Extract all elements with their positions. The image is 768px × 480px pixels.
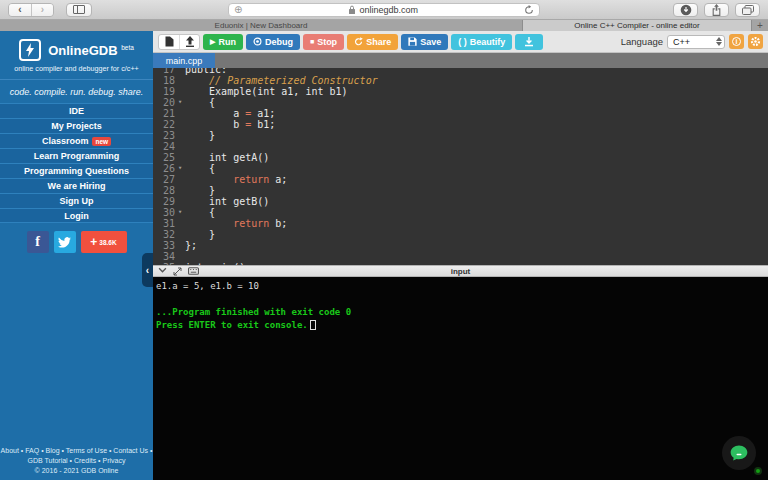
sidebar-item-sign-up[interactable]: Sign Up — [0, 193, 153, 208]
line-number: 27 — [153, 174, 175, 185]
address-bar[interactable]: ⊕ onlinegdb.com — [228, 3, 540, 17]
fold-marker-icon[interactable]: ▾ — [175, 207, 185, 218]
sidebar-item-programming-questions[interactable]: Programming Questions — [0, 163, 153, 178]
code-line[interactable]: 33}; — [153, 240, 768, 251]
save-button[interactable]: Save — [401, 34, 448, 50]
code-line[interactable]: 26▾ { — [153, 163, 768, 174]
fold-gutter — [175, 174, 185, 185]
line-number: 22 — [153, 119, 175, 130]
upload-button[interactable] — [179, 35, 199, 49]
console-line — [156, 293, 765, 306]
sidebar-item-ide[interactable]: IDE — [0, 103, 153, 118]
sidebar-toggle-icon — [73, 5, 85, 14]
forward-icon: › — [41, 4, 44, 15]
back-button[interactable]: ‹ — [9, 4, 31, 16]
code-line[interactable]: 32 } — [153, 229, 768, 240]
collapse-sidebar-handle[interactable]: ‹ — [142, 253, 153, 287]
console-line: ...Program finished with exit code 0 — [156, 306, 765, 319]
fold-marker-icon[interactable]: ▾ — [175, 163, 185, 174]
sidebar-footer[interactable]: About • FAQ • Blog • Terms of Use • Cont… — [0, 446, 153, 480]
forward-button[interactable]: › — [31, 4, 53, 16]
settings-button[interactable] — [748, 34, 763, 49]
console-header: input — [153, 265, 768, 277]
code-line[interactable]: 24 — [153, 141, 768, 152]
sidebar-item-we-are-hiring[interactable]: We are Hiring — [0, 178, 153, 193]
console-output[interactable]: e1.a = 5, e1.b = 10...Program finished w… — [153, 277, 768, 480]
refresh-icon[interactable] — [524, 5, 534, 15]
beta-tag: beta — [121, 43, 134, 50]
new-badge: new — [92, 137, 111, 146]
code-line[interactable]: 21 a = a1; — [153, 108, 768, 119]
browser-tab-bar: Eduonix | New Dashboard Online C++ Compi… — [0, 20, 768, 31]
code-line[interactable]: 31 return b; — [153, 218, 768, 229]
tabs-overview-icon — [742, 5, 754, 15]
bolt-icon — [25, 43, 35, 57]
code-line[interactable]: 19 Example(int a1, int b1) — [153, 86, 768, 97]
code-line[interactable]: 25 int getA() — [153, 152, 768, 163]
language-value: C++ — [673, 37, 690, 47]
fold-gutter — [175, 141, 185, 152]
code-line[interactable]: 22 b = b1; — [153, 119, 768, 130]
line-number: 33 — [153, 240, 175, 251]
beautify-button[interactable]: ( )Beautify — [451, 34, 512, 50]
tagline: code. compile. run. debug. share. — [0, 79, 153, 103]
code-area: 17public:18 // Parameterized Constructor… — [153, 68, 768, 265]
code-line[interactable]: 18 // Parameterized Constructor — [153, 75, 768, 86]
fold-gutter — [175, 108, 185, 119]
line-number: 26 — [153, 163, 175, 174]
tabs-overview-button[interactable] — [735, 3, 760, 17]
code-line[interactable]: 20▾ { — [153, 97, 768, 108]
ide-toolbar: ▶Run Debug ■Stop Share Save ( )Beautify — [153, 31, 768, 53]
code-line[interactable]: 30▾ { — [153, 207, 768, 218]
fold-gutter — [175, 119, 185, 130]
new-tab-button[interactable]: + — [752, 20, 768, 31]
code-line[interactable]: 27 return a; — [153, 174, 768, 185]
stop-button[interactable]: ■Stop — [303, 34, 344, 50]
sidebar-toggle-button[interactable] — [66, 3, 92, 17]
run-button[interactable]: ▶Run — [203, 34, 243, 50]
addthis-share-button[interactable]: + 38.6K — [81, 231, 127, 253]
code-line[interactable]: 23 } — [153, 130, 768, 141]
code-line[interactable]: 29 int getB() — [153, 196, 768, 207]
info-button[interactable]: i — [729, 34, 744, 49]
chat-icon — [729, 443, 749, 463]
chevron-down-icon[interactable] — [158, 267, 167, 273]
back-icon: ‹ — [18, 4, 21, 15]
footer-line: © 2016 - 2021 GDB Online — [0, 466, 153, 476]
sidebar-item-learn-programming[interactable]: Learn Programming — [0, 148, 153, 163]
circled-plus-icon[interactable]: ⊕ — [234, 5, 242, 15]
code-line[interactable]: 28 } — [153, 185, 768, 196]
line-number: 28 — [153, 185, 175, 196]
debug-button[interactable]: Debug — [246, 34, 300, 50]
share-count: 38.6K — [99, 239, 116, 246]
chat-button[interactable] — [722, 436, 756, 470]
share-button[interactable]: Share — [347, 34, 398, 50]
facebook-button[interactable]: f — [27, 231, 49, 253]
line-number: 17 — [153, 68, 175, 75]
code-editor[interactable]: 17public:18 // Parameterized Constructor… — [153, 68, 768, 265]
new-file-button[interactable] — [159, 35, 179, 49]
downloads-button[interactable] — [673, 3, 698, 17]
share-page-button[interactable] — [704, 3, 729, 17]
gear-icon — [750, 36, 761, 47]
browser-toolbar: ‹ › ⊕ onlinegdb.com — [0, 0, 768, 20]
browser-tab-onlinegdb[interactable]: Online C++ Compiler - online editor — [523, 20, 752, 31]
download-button[interactable] — [515, 34, 543, 50]
ide-content: ▶Run Debug ■Stop Share Save ( )Beautify — [153, 31, 768, 480]
save-icon — [408, 37, 417, 46]
fold-marker-icon[interactable]: ▾ — [175, 97, 185, 108]
fold-gutter — [175, 75, 185, 86]
expand-icon[interactable] — [173, 267, 182, 276]
keyboard-icon[interactable] — [188, 267, 199, 275]
code-line[interactable]: 17public: — [153, 68, 768, 75]
brand[interactable]: OnlineGDB beta — [0, 39, 153, 61]
language-select[interactable]: C++ — [667, 35, 725, 49]
sidebar-item-my-projects[interactable]: My Projects — [0, 118, 153, 133]
fold-gutter — [175, 196, 185, 207]
sidebar-item-login[interactable]: Login — [0, 208, 153, 223]
file-tab-main-cpp[interactable]: main.cpp — [153, 53, 215, 68]
twitter-button[interactable] — [54, 231, 76, 253]
browser-tab-eduonix[interactable]: Eduonix | New Dashboard — [0, 20, 523, 31]
code-line[interactable]: 34 — [153, 251, 768, 262]
sidebar-item-classroom[interactable]: Classroomnew — [0, 133, 153, 148]
